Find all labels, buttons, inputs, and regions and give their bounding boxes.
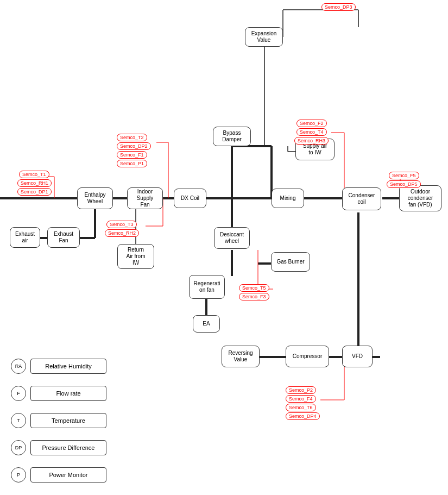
legend-item-ra: RA Relative Humidity: [11, 359, 106, 374]
gas-burner: Gas Burner: [271, 252, 310, 272]
return-air: ReturnAir fromIW: [117, 244, 154, 269]
legend-box-f: Flow rate: [30, 386, 106, 401]
enthalpy-wheel: EnthalpyWheel: [77, 187, 113, 209]
legend-circle-dp: DP: [11, 440, 26, 455]
sensor-semco-t5: Semco_T5: [239, 284, 269, 292]
sensor-semco-dp3: Semco_DP3: [321, 3, 356, 11]
sensor-semco-t3: Semco_T3: [106, 221, 137, 228]
sensor-semco-f2: Semco_F2: [296, 120, 327, 127]
sensor-semco-f4: Semco_F4: [286, 395, 316, 403]
legend-item-dp: DP Pressure Difference: [11, 440, 106, 455]
legend-item-p: P Power Monitor: [11, 467, 106, 483]
reversing-value: ReversingValue: [222, 346, 260, 367]
mixing: Mixing: [272, 189, 304, 208]
sensor-semco-t6: Semco_T6: [286, 404, 316, 411]
regen-fan: Regeneration fan: [189, 275, 225, 299]
sensor-semco-p1: Semco_P1: [117, 160, 147, 167]
legend-item-f: F Flow rate: [11, 386, 106, 401]
outdoor-cond-fan: Outdoorcondenserfan (VFD): [399, 185, 441, 211]
sensor-semco-rh1: Semco_RH1: [17, 179, 52, 187]
legend-box-ra: Relative Humidity: [30, 359, 106, 374]
sensor-semco-dp2: Semco_DP2: [117, 142, 151, 150]
sensor-semco-t4: Semco_T4: [296, 128, 327, 136]
legend-circle-f: F: [11, 386, 26, 401]
sensor-semco-f1: Semco_F1: [117, 151, 147, 159]
legend-box-dp: Pressure Difference: [30, 440, 106, 455]
sensor-semco-f3: Semco_F3: [239, 293, 269, 300]
expansion-valve: Expansion Value: [245, 27, 283, 47]
sensor-semco-rh3: Semco_RH3: [294, 137, 329, 145]
sensor-semco-dp1: Semco_DP1: [17, 188, 52, 196]
legend-circle-p: P: [11, 467, 26, 483]
exhaust-air: Exhaustair: [10, 227, 40, 248]
bypass-damper: Bypass Damper: [213, 127, 251, 146]
diagram-container: Expansion Value Bypass Damper Mixing Sup…: [0, 0, 448, 495]
indoor-supply-fan: IndoorSupplyFan: [127, 187, 163, 209]
ea: EA: [193, 315, 220, 333]
sensor-semco-p2: Semco_P2: [286, 386, 316, 394]
legend-box-t: Temperature: [30, 413, 106, 428]
legend-item-t: T Temperature: [11, 413, 106, 428]
legend-circle-t: T: [11, 413, 26, 428]
legend-box-p: Power Monitor: [30, 467, 106, 483]
exhaust-fan: ExhaustFan: [47, 227, 80, 248]
desiccant-wheel: Desiccantwheel: [214, 227, 250, 249]
sensor-semco-f5: Semco_F5: [389, 172, 419, 179]
condenser-coil: Condensercoil: [342, 187, 381, 210]
compressor: Compressor: [286, 346, 329, 367]
sensor-semco-rh2: Semco_RH2: [105, 229, 139, 237]
sensor-semco-dp5: Semco_DP5: [387, 180, 421, 188]
sensor-semco-t1: Semco_T1: [19, 171, 49, 178]
legend-circle-ra: RA: [11, 359, 26, 374]
sensor-semco-t2: Semco_T2: [117, 134, 147, 141]
sensor-semco-dp4: Semco_DP4: [286, 412, 320, 420]
vfd: VFD: [342, 346, 373, 367]
dx-coil: DX Coil: [174, 189, 206, 208]
